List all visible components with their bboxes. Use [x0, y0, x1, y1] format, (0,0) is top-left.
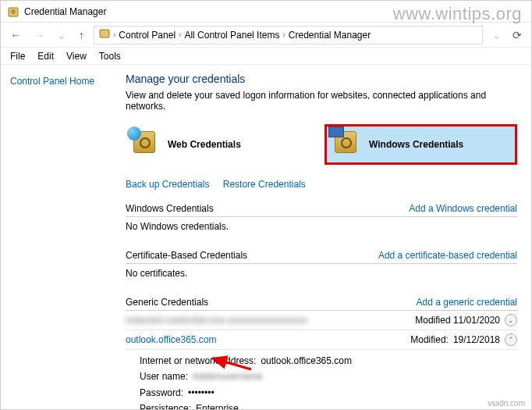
password-value: ••••••••	[188, 385, 215, 401]
persistence-value: Enterprise	[196, 401, 239, 410]
title-bar: Credential Manager	[1, 1, 531, 23]
password-label: Password:	[140, 385, 183, 401]
section-title: Windows Credentials	[126, 203, 214, 214]
section-title: Certificate-Based Credentials	[126, 250, 247, 261]
windows-credentials-icon	[335, 131, 361, 158]
chevron-down-icon[interactable]: ⌄	[505, 314, 517, 326]
crumb-credential-manager[interactable]: Credential Manager	[289, 30, 371, 41]
tab-web-label: Web Credentials	[168, 139, 241, 150]
crumb-control-panel[interactable]: Control Panel	[119, 30, 176, 41]
credential-row-expanded-header[interactable]: outlook.office365.com Modified: 19/12/20…	[126, 330, 517, 350]
username-value: hiddenusername	[193, 369, 262, 384]
main-content: Manage your credentials View and delete …	[118, 65, 531, 410]
section-title: Generic Credentials	[126, 297, 208, 308]
back-button[interactable]: ←	[7, 27, 24, 43]
chevron-right-icon: ›	[179, 30, 181, 39]
add-generic-credential-link[interactable]: Add a generic credential	[417, 297, 517, 308]
address-value: outlook.office365.com	[261, 353, 352, 369]
section-body: No Windows credentials.	[126, 217, 517, 240]
credential-row[interactable]: redacted-credential-one-xxxxxxxxxxxxxxxx…	[126, 311, 517, 330]
sidebar-home-link[interactable]: Control Panel Home	[10, 76, 94, 87]
menu-tools[interactable]: Tools	[94, 49, 126, 63]
sidebar: Control Panel Home	[1, 65, 118, 410]
section-generic-credentials: Generic Credentials Add a generic creden…	[126, 294, 517, 410]
credential-tabs: Web Credentials Windows Credentials	[126, 124, 517, 165]
tab-web-credentials[interactable]: Web Credentials	[126, 124, 314, 165]
svg-rect-0	[9, 8, 18, 16]
chevron-right-icon: ›	[282, 30, 285, 39]
credential-modified: Modified 11/01/2020	[415, 315, 500, 326]
chevron-up-icon[interactable]: ⌃	[505, 333, 517, 346]
crumb-all-items[interactable]: All Control Panel Items	[184, 30, 279, 41]
window-title: Credential Manager	[24, 6, 106, 17]
modified-value: 19/12/2018	[453, 334, 500, 345]
restore-link[interactable]: Restore Credentials	[223, 179, 306, 190]
recent-dropdown[interactable]: ⌄	[54, 27, 69, 43]
web-credentials-icon	[133, 131, 160, 158]
credential-manager-icon	[7, 5, 20, 18]
section-body: No certificates.	[126, 264, 517, 287]
backup-link[interactable]: Back up Credentials	[126, 179, 209, 190]
up-button[interactable]: ↑	[76, 27, 87, 43]
menu-file[interactable]: File	[5, 49, 30, 63]
menu-edit[interactable]: Edit	[33, 49, 59, 63]
refresh-button[interactable]: ⟳	[509, 27, 525, 43]
tab-windows-label: Windows Credentials	[369, 139, 463, 150]
add-cert-credential-link[interactable]: Add a certificate-based credential	[378, 250, 517, 261]
breadcrumb[interactable]: › Control Panel › All Control Panel Item…	[94, 26, 483, 45]
credential-manager-icon	[99, 28, 110, 41]
tab-windows-credentials[interactable]: Windows Credentials	[325, 124, 517, 165]
add-windows-credential-link[interactable]: Add a Windows credential	[409, 203, 517, 214]
backup-restore-links: Back up Credentials Restore Credentials	[126, 179, 517, 190]
menu-view[interactable]: View	[62, 49, 91, 63]
username-label: User name:	[140, 369, 188, 384]
bottom-watermark: vsxdn.com	[488, 399, 525, 408]
forward-button[interactable]: →	[30, 27, 48, 43]
nav-bar: ← → ⌄ ↑ › Control Panel › All Control Pa…	[1, 23, 531, 48]
address-label: Internet or network address:	[140, 353, 256, 369]
history-dropdown[interactable]: ⌄	[489, 27, 505, 43]
credential-details: Internet or network address: outlook.off…	[126, 350, 517, 410]
page-subheading: View and delete your saved logon informa…	[126, 90, 517, 112]
page-heading: Manage your credentials	[126, 73, 517, 85]
persistence-label: Persistence:	[140, 401, 191, 410]
svg-rect-2	[100, 30, 109, 37]
section-windows-credentials: Windows Credentials Add a Windows creden…	[126, 201, 517, 240]
menu-bar: File Edit View Tools	[1, 48, 531, 65]
credential-name: outlook.office365.com	[126, 334, 217, 345]
modified-label: Modified:	[410, 334, 449, 345]
chevron-right-icon: ›	[113, 30, 115, 39]
credential-name: redacted-credential-one-xxxxxxxxxxxxxxxx…	[126, 315, 307, 326]
section-cert-credentials: Certificate-Based Credentials Add a cert…	[126, 248, 517, 287]
